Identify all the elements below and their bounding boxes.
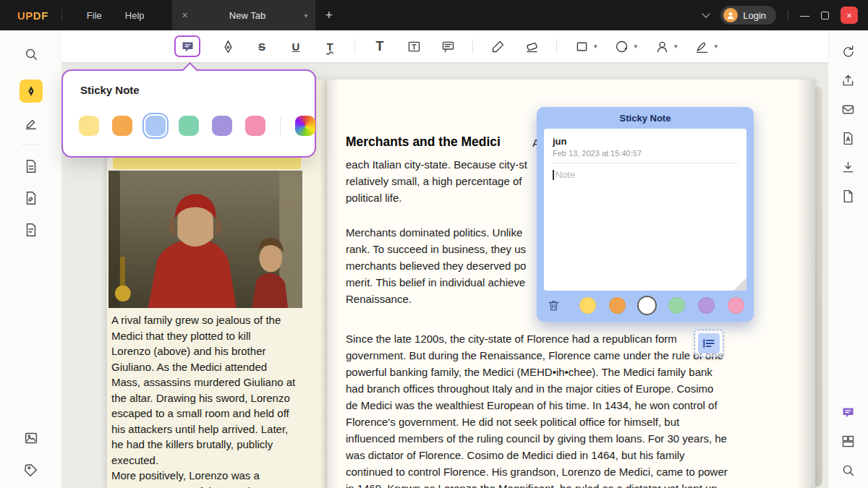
- zoom-search-icon[interactable]: [838, 459, 859, 481]
- text-line: escaped to a small room and held off: [111, 406, 327, 421]
- page-form-icon[interactable]: [20, 219, 42, 241]
- color-swatch[interactable]: [212, 116, 232, 136]
- tab-new-tab[interactable]: × New Tab ▾: [172, 0, 315, 30]
- text-line: government. But during the Renaissance, …: [346, 347, 728, 364]
- text-line: his attackers until help arrived. Later,: [111, 421, 327, 437]
- share-icon[interactable]: [838, 69, 859, 91]
- chevron-down-icon[interactable]: [702, 9, 710, 17]
- text-line: More positively, Lorenzo was a: [111, 468, 327, 484]
- ellipse-tool[interactable]: ▾: [613, 37, 638, 56]
- sticky-note-tool-icon[interactable]: [178, 37, 197, 56]
- ellipse-shape-icon: [613, 37, 631, 56]
- divider: [61, 9, 62, 21]
- page-search-icon[interactable]: [20, 43, 42, 65]
- underline-tool-icon[interactable]: U: [286, 37, 305, 56]
- avatar: [723, 8, 738, 22]
- page-stack-edge: [815, 87, 822, 487]
- menu-file[interactable]: File: [75, 10, 114, 21]
- text-line: continued to control Florence. His grand…: [346, 463, 728, 480]
- note-input[interactable]: Note: [553, 169, 738, 180]
- shapes-tool[interactable]: ▾: [572, 37, 597, 56]
- text-line: the altar. Drawing his sword, Lorenzo: [111, 390, 327, 406]
- signature-pen-icon: [693, 37, 712, 56]
- paragraph-3: Since the late 1200s, the city-state of …: [346, 330, 728, 488]
- stamp-tool[interactable]: ▾: [652, 37, 678, 56]
- signature-tool[interactable]: ▾: [693, 37, 718, 56]
- text-line: rank. To succeed in business, they us: [346, 241, 526, 257]
- text-line: merchants believed they deserved po: [346, 257, 526, 274]
- color-swatch[interactable]: [639, 297, 655, 314]
- note-color-swatches: [579, 297, 744, 314]
- divider: [22, 145, 41, 145]
- tab-close-icon[interactable]: ×: [179, 9, 191, 21]
- text-line: Florence's government. He did not seek p…: [346, 414, 728, 430]
- color-swatch[interactable]: [668, 297, 685, 314]
- divider: [556, 39, 557, 53]
- login-label: Login: [743, 10, 766, 21]
- login-button[interactable]: Login: [720, 6, 776, 25]
- text-line: each Italian city-state. Because city-st: [346, 156, 527, 173]
- maximize-icon[interactable]: [821, 12, 829, 20]
- active-tool-ring: [174, 35, 200, 57]
- trash-icon[interactable]: [547, 299, 561, 312]
- save-as-icon[interactable]: [838, 156, 859, 178]
- color-swatch[interactable]: [579, 297, 596, 314]
- comment-list-icon[interactable]: [838, 401, 859, 423]
- updf-app-window: UPDF File Help × New Tab ▾ + Login — ×: [0, 0, 868, 488]
- close-icon[interactable]: ×: [841, 7, 858, 24]
- pencil-tool-icon[interactable]: [488, 37, 507, 56]
- mail-icon[interactable]: [838, 98, 859, 120]
- color-swatch[interactable]: [145, 116, 166, 136]
- text-line: Renaissance.: [346, 291, 526, 307]
- text-box-tool-icon[interactable]: [404, 37, 423, 56]
- pdfa-icon[interactable]: [838, 127, 859, 149]
- callout-tool-icon[interactable]: [438, 37, 457, 56]
- edit-mode-icon[interactable]: [20, 113, 42, 134]
- color-swatch[interactable]: [245, 116, 265, 136]
- file-info-icon[interactable]: [838, 185, 859, 207]
- tag-icon[interactable]: [20, 459, 42, 481]
- text-cursor: [553, 170, 554, 180]
- squiggly-underline-tool-icon[interactable]: T: [320, 37, 339, 56]
- color-swatch[interactable]: [609, 297, 626, 314]
- sticky-note-popup-title[interactable]: Sticky Note: [537, 107, 754, 129]
- chevron-down-icon: ▾: [674, 43, 678, 50]
- page-fold-corner: [733, 278, 746, 291]
- sticky-note-marker[interactable]: [694, 330, 723, 357]
- color-swatch[interactable]: [698, 297, 715, 314]
- comment-toolbar: S U T T ▾ ▾: [61, 30, 828, 62]
- left-page-text: A rival family grew so jealous of theMed…: [111, 312, 327, 488]
- comment-mode-icon[interactable]: [20, 80, 43, 103]
- highlight-tool-icon[interactable]: [218, 37, 237, 56]
- color-swatch[interactable]: [179, 116, 199, 136]
- page-annotate-icon[interactable]: [20, 187, 42, 209]
- thumbnail-panel-icon[interactable]: [838, 430, 859, 452]
- sticky-note-tool-panel: Sticky Note: [61, 69, 316, 158]
- menu-help[interactable]: Help: [114, 10, 156, 21]
- divider: [280, 116, 281, 135]
- screenshot-icon[interactable]: [20, 427, 42, 449]
- new-tab-button[interactable]: +: [326, 9, 333, 22]
- text-line: he had the killers brutally, publicly: [111, 437, 327, 453]
- minimize-icon[interactable]: —: [800, 11, 809, 20]
- color-swatch[interactable]: [112, 116, 132, 136]
- eraser-tool-icon[interactable]: [522, 37, 541, 56]
- text-line: merit. This belief in individual achieve: [346, 274, 526, 291]
- text-line: Since the late 1200s, the city-state of …: [346, 330, 728, 347]
- organize-pages-icon[interactable]: [20, 155, 42, 177]
- sticky-note-text-area[interactable]: jun Feb 13, 2023 at 15:40:57 Note: [544, 129, 746, 291]
- strikethrough-tool-icon[interactable]: S: [252, 37, 271, 56]
- text-line: Merchants dominated politics. Unlike: [346, 224, 526, 241]
- color-swatch[interactable]: [79, 116, 99, 136]
- sync-icon[interactable]: [838, 40, 859, 62]
- text-line: A rival family grew so jealous of the: [111, 312, 327, 328]
- text-comment-tool-icon[interactable]: T: [370, 37, 389, 56]
- chevron-down-icon: ▾: [594, 43, 597, 50]
- note-author: jun: [553, 136, 738, 147]
- tab-caret-icon[interactable]: ▾: [305, 12, 308, 20]
- custom-color-swatch[interactable]: [295, 116, 315, 136]
- chevron-down-icon: ▾: [634, 43, 638, 50]
- text-line: de Medici was the wealthiest European of…: [346, 397, 728, 414]
- color-swatch[interactable]: [728, 297, 744, 314]
- stamp-person-icon: [652, 37, 671, 56]
